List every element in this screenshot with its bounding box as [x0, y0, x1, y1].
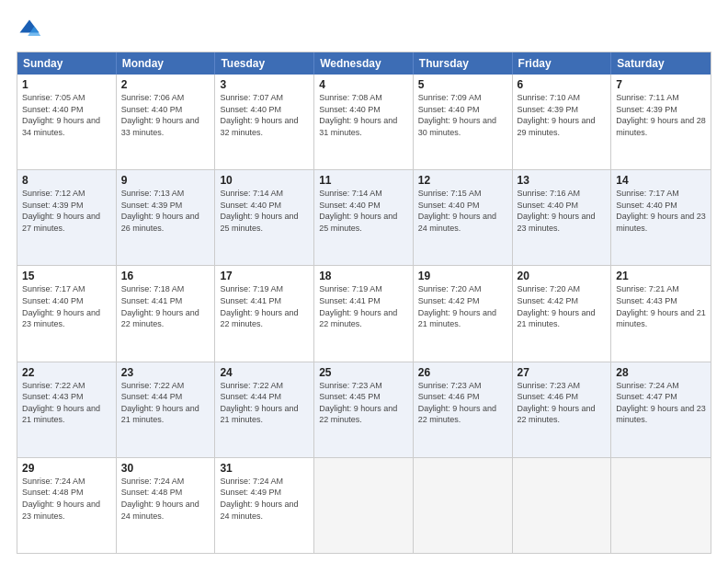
day-number: 19 — [418, 270, 507, 282]
calendar-row-2: 15Sunrise: 7:17 AM Sunset: 4:40 PM Dayli… — [17, 266, 711, 362]
day-number: 1 — [22, 78, 111, 91]
header — [17, 17, 711, 42]
logo — [17, 17, 46, 42]
calendar-cell-4: 4Sunrise: 7:08 AM Sunset: 4:40 PM Daylig… — [314, 75, 414, 169]
cell-info: Sunrise: 7:23 AM Sunset: 4:46 PM Dayligh… — [518, 380, 607, 426]
cell-info: Sunrise: 7:21 AM Sunset: 4:43 PM Dayligh… — [616, 283, 706, 329]
calendar-body: 1Sunrise: 7:05 AM Sunset: 4:40 PM Daylig… — [17, 75, 711, 553]
calendar-cell-26: 26Sunrise: 7:23 AM Sunset: 4:46 PM Dayli… — [414, 362, 513, 457]
calendar-cell-13: 13Sunrise: 7:16 AM Sunset: 4:40 PM Dayli… — [513, 170, 612, 265]
calendar-cell-25: 25Sunrise: 7:23 AM Sunset: 4:45 PM Dayli… — [314, 362, 414, 457]
calendar-cell-24: 24Sunrise: 7:22 AM Sunset: 4:44 PM Dayli… — [215, 362, 314, 457]
calendar-cell-empty — [414, 458, 513, 553]
cell-info: Sunrise: 7:17 AM Sunset: 4:40 PM Dayligh… — [22, 283, 111, 329]
calendar-cell-9: 9Sunrise: 7:13 AM Sunset: 4:39 PM Daylig… — [117, 170, 216, 265]
day-number: 28 — [616, 366, 706, 379]
cell-info: Sunrise: 7:08 AM Sunset: 4:40 PM Dayligh… — [319, 92, 408, 138]
calendar-cell-28: 28Sunrise: 7:24 AM Sunset: 4:47 PM Dayli… — [611, 362, 711, 457]
cell-info: Sunrise: 7:11 AM Sunset: 4:39 PM Dayligh… — [616, 92, 706, 138]
cell-info: Sunrise: 7:07 AM Sunset: 4:40 PM Dayligh… — [220, 92, 309, 138]
calendar-cell-27: 27Sunrise: 7:23 AM Sunset: 4:46 PM Dayli… — [513, 362, 612, 457]
calendar-cell-1: 1Sunrise: 7:05 AM Sunset: 4:40 PM Daylig… — [17, 75, 117, 169]
day-number: 24 — [220, 366, 309, 379]
cell-info: Sunrise: 7:20 AM Sunset: 4:42 PM Dayligh… — [518, 283, 607, 329]
calendar-cell-21: 21Sunrise: 7:21 AM Sunset: 4:43 PM Dayli… — [611, 266, 711, 361]
calendar-cell-16: 16Sunrise: 7:18 AM Sunset: 4:41 PM Dayli… — [117, 266, 216, 361]
cell-info: Sunrise: 7:15 AM Sunset: 4:40 PM Dayligh… — [418, 188, 507, 234]
header-day-friday: Friday — [513, 52, 612, 75]
calendar-cell-22: 22Sunrise: 7:22 AM Sunset: 4:43 PM Dayli… — [17, 362, 117, 457]
calendar-cell-empty — [611, 458, 711, 553]
cell-info: Sunrise: 7:19 AM Sunset: 4:41 PM Dayligh… — [220, 283, 309, 329]
calendar-cell-14: 14Sunrise: 7:17 AM Sunset: 4:40 PM Dayli… — [611, 170, 711, 265]
calendar-cell-11: 11Sunrise: 7:14 AM Sunset: 4:40 PM Dayli… — [314, 170, 414, 265]
day-number: 20 — [518, 270, 607, 282]
calendar-cell-15: 15Sunrise: 7:17 AM Sunset: 4:40 PM Dayli… — [17, 266, 117, 361]
day-number: 31 — [220, 462, 309, 475]
cell-info: Sunrise: 7:10 AM Sunset: 4:39 PM Dayligh… — [518, 92, 607, 138]
day-number: 6 — [518, 78, 607, 91]
day-number: 21 — [616, 270, 706, 282]
calendar-cell-6: 6Sunrise: 7:10 AM Sunset: 4:39 PM Daylig… — [513, 75, 612, 169]
day-number: 12 — [418, 174, 507, 187]
day-number: 5 — [418, 78, 507, 91]
calendar-row-4: 29Sunrise: 7:24 AM Sunset: 4:48 PM Dayli… — [17, 458, 711, 553]
calendar-cell-18: 18Sunrise: 7:19 AM Sunset: 4:41 PM Dayli… — [314, 266, 414, 361]
calendar-cell-17: 17Sunrise: 7:19 AM Sunset: 4:41 PM Dayli… — [215, 266, 314, 361]
page: SundayMondayTuesdayWednesdayThursdayFrid… — [0, 0, 728, 563]
day-number: 22 — [22, 366, 111, 379]
cell-info: Sunrise: 7:23 AM Sunset: 4:45 PM Dayligh… — [319, 380, 408, 426]
cell-info: Sunrise: 7:23 AM Sunset: 4:46 PM Dayligh… — [418, 380, 507, 426]
cell-info: Sunrise: 7:16 AM Sunset: 4:40 PM Dayligh… — [518, 188, 607, 234]
cell-info: Sunrise: 7:18 AM Sunset: 4:41 PM Dayligh… — [121, 283, 210, 329]
cell-info: Sunrise: 7:06 AM Sunset: 4:40 PM Dayligh… — [121, 92, 210, 138]
cell-info: Sunrise: 7:12 AM Sunset: 4:39 PM Dayligh… — [22, 188, 111, 234]
cell-info: Sunrise: 7:19 AM Sunset: 4:41 PM Dayligh… — [319, 283, 408, 329]
day-number: 29 — [22, 462, 111, 475]
day-number: 11 — [319, 174, 408, 187]
calendar-cell-30: 30Sunrise: 7:24 AM Sunset: 4:48 PM Dayli… — [117, 458, 216, 553]
day-number: 10 — [220, 174, 309, 187]
header-day-monday: Monday — [117, 52, 216, 75]
calendar-cell-8: 8Sunrise: 7:12 AM Sunset: 4:39 PM Daylig… — [17, 170, 117, 265]
calendar-cell-empty — [314, 458, 414, 553]
day-number: 18 — [319, 270, 408, 282]
header-day-saturday: Saturday — [611, 52, 711, 75]
calendar-cell-2: 2Sunrise: 7:06 AM Sunset: 4:40 PM Daylig… — [117, 75, 216, 169]
day-number: 4 — [319, 78, 408, 91]
day-number: 7 — [616, 78, 706, 91]
header-day-sunday: Sunday — [17, 52, 117, 75]
calendar-cell-29: 29Sunrise: 7:24 AM Sunset: 4:48 PM Dayli… — [17, 458, 117, 553]
calendar: SundayMondayTuesdayWednesdayThursdayFrid… — [17, 52, 711, 554]
calendar-row-3: 22Sunrise: 7:22 AM Sunset: 4:43 PM Dayli… — [17, 362, 711, 458]
cell-info: Sunrise: 7:05 AM Sunset: 4:40 PM Dayligh… — [22, 92, 111, 138]
day-number: 14 — [616, 174, 706, 187]
cell-info: Sunrise: 7:13 AM Sunset: 4:39 PM Dayligh… — [121, 188, 210, 234]
calendar-cell-12: 12Sunrise: 7:15 AM Sunset: 4:40 PM Dayli… — [414, 170, 513, 265]
day-number: 13 — [518, 174, 607, 187]
calendar-cell-31: 31Sunrise: 7:24 AM Sunset: 4:49 PM Dayli… — [215, 458, 314, 553]
day-number: 16 — [121, 270, 210, 282]
calendar-cell-3: 3Sunrise: 7:07 AM Sunset: 4:40 PM Daylig… — [215, 75, 314, 169]
cell-info: Sunrise: 7:22 AM Sunset: 4:44 PM Dayligh… — [220, 380, 309, 426]
calendar-row-0: 1Sunrise: 7:05 AM Sunset: 4:40 PM Daylig… — [17, 75, 711, 170]
cell-info: Sunrise: 7:22 AM Sunset: 4:43 PM Dayligh… — [22, 380, 111, 426]
calendar-cell-23: 23Sunrise: 7:22 AM Sunset: 4:44 PM Dayli… — [117, 362, 216, 457]
cell-info: Sunrise: 7:09 AM Sunset: 4:40 PM Dayligh… — [418, 92, 507, 138]
day-number: 3 — [220, 78, 309, 91]
day-number: 9 — [121, 174, 210, 187]
header-day-thursday: Thursday — [414, 52, 513, 75]
cell-info: Sunrise: 7:24 AM Sunset: 4:49 PM Dayligh… — [220, 476, 309, 522]
day-number: 2 — [121, 78, 210, 91]
day-number: 27 — [518, 366, 607, 379]
calendar-cell-5: 5Sunrise: 7:09 AM Sunset: 4:40 PM Daylig… — [414, 75, 513, 169]
day-number: 25 — [319, 366, 408, 379]
day-number: 26 — [418, 366, 507, 379]
calendar-cell-19: 19Sunrise: 7:20 AM Sunset: 4:42 PM Dayli… — [414, 266, 513, 361]
calendar-row-1: 8Sunrise: 7:12 AM Sunset: 4:39 PM Daylig… — [17, 170, 711, 266]
header-day-tuesday: Tuesday — [215, 52, 314, 75]
day-number: 23 — [121, 366, 210, 379]
cell-info: Sunrise: 7:17 AM Sunset: 4:40 PM Dayligh… — [616, 188, 706, 234]
cell-info: Sunrise: 7:14 AM Sunset: 4:40 PM Dayligh… — [220, 188, 309, 234]
header-day-wednesday: Wednesday — [314, 52, 414, 75]
